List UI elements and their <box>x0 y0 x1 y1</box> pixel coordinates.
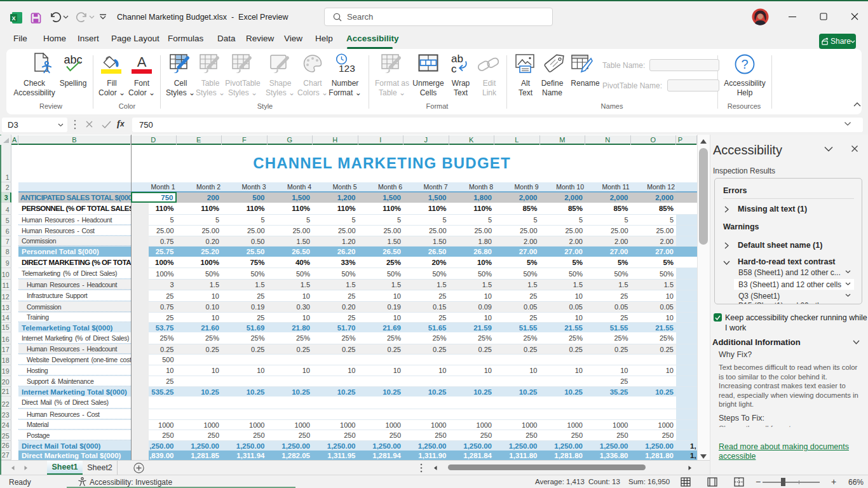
svg-text:c: c <box>451 63 457 75</box>
svg-text:?: ? <box>741 57 748 71</box>
svg-text:X: X <box>11 15 15 22</box>
svg-text:abc: abc <box>64 54 82 66</box>
svg-text:A: A <box>137 55 147 70</box>
svg-text:123: 123 <box>339 63 355 74</box>
